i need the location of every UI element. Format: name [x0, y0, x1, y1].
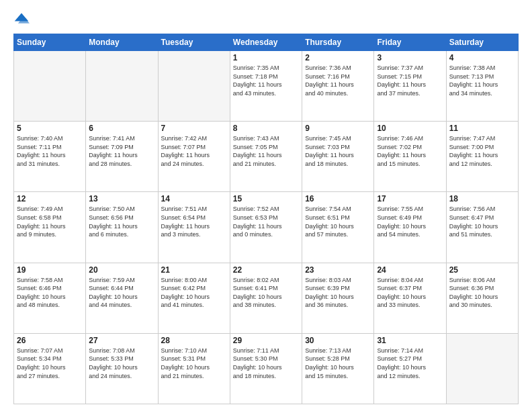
calendar-cell: 21Sunrise: 8:00 AM Sunset: 6:42 PM Dayli…: [158, 263, 230, 333]
day-info: Sunrise: 8:06 AM Sunset: 6:36 PM Dayligh…: [449, 276, 515, 310]
calendar-cell: 19Sunrise: 7:58 AM Sunset: 6:46 PM Dayli…: [14, 263, 86, 333]
calendar-cell: 14Sunrise: 7:51 AM Sunset: 6:54 PM Dayli…: [158, 192, 230, 263]
calendar-cell: 25Sunrise: 8:06 AM Sunset: 6:36 PM Dayli…: [446, 263, 518, 333]
calendar-cell: 13Sunrise: 7:50 AM Sunset: 6:56 PM Dayli…: [86, 192, 158, 263]
calendar-cell: [86, 51, 158, 122]
day-info: Sunrise: 7:36 AM Sunset: 7:16 PM Dayligh…: [305, 64, 371, 97]
day-number: 7: [161, 124, 227, 133]
calendar-cell: 7Sunrise: 7:42 AM Sunset: 7:07 PM Daylig…: [158, 122, 230, 192]
day-number: 30: [305, 336, 371, 345]
calendar-cell: 2Sunrise: 7:36 AM Sunset: 7:16 PM Daylig…: [302, 51, 374, 122]
calendar-cell: 3Sunrise: 7:37 AM Sunset: 7:15 PM Daylig…: [374, 51, 446, 122]
day-info: Sunrise: 7:43 AM Sunset: 7:05 PM Dayligh…: [233, 134, 299, 168]
calendar-cell: 24Sunrise: 8:04 AM Sunset: 6:37 PM Dayli…: [374, 263, 446, 333]
day-info: Sunrise: 7:51 AM Sunset: 6:54 PM Dayligh…: [161, 205, 227, 238]
col-saturday: Saturday: [446, 34, 518, 51]
day-number: 29: [233, 336, 299, 345]
day-info: Sunrise: 7:47 AM Sunset: 7:00 PM Dayligh…: [449, 134, 515, 168]
day-info: Sunrise: 7:40 AM Sunset: 7:11 PM Dayligh…: [17, 134, 83, 168]
day-info: Sunrise: 7:58 AM Sunset: 6:46 PM Dayligh…: [17, 276, 83, 310]
day-info: Sunrise: 7:46 AM Sunset: 7:02 PM Dayligh…: [377, 134, 443, 168]
calendar-cell: [14, 51, 86, 122]
calendar-cell: 15Sunrise: 7:52 AM Sunset: 6:53 PM Dayli…: [230, 192, 302, 263]
day-number: 13: [89, 194, 154, 203]
calendar-cell: [446, 333, 518, 404]
day-number: 19: [17, 265, 83, 275]
day-number: 2: [305, 53, 371, 62]
calendar-cell: 8Sunrise: 7:43 AM Sunset: 7:05 PM Daylig…: [230, 122, 302, 192]
day-info: Sunrise: 7:45 AM Sunset: 7:03 PM Dayligh…: [305, 134, 371, 168]
day-number: 28: [161, 336, 227, 345]
day-number: 12: [17, 194, 83, 203]
logo-icon: [13, 11, 30, 27]
day-number: 8: [233, 124, 299, 133]
day-number: 16: [305, 194, 371, 203]
calendar-cell: 9Sunrise: 7:45 AM Sunset: 7:03 PM Daylig…: [302, 122, 374, 192]
day-info: Sunrise: 7:55 AM Sunset: 6:49 PM Dayligh…: [377, 205, 443, 238]
day-info: Sunrise: 7:59 AM Sunset: 6:44 PM Dayligh…: [89, 276, 154, 310]
calendar-cell: 4Sunrise: 7:38 AM Sunset: 7:13 PM Daylig…: [446, 51, 518, 122]
day-number: 18: [449, 194, 515, 203]
col-friday: Friday: [374, 34, 446, 51]
logo: [13, 11, 32, 27]
day-info: Sunrise: 8:00 AM Sunset: 6:42 PM Dayligh…: [161, 276, 227, 310]
day-number: 5: [17, 124, 83, 133]
day-info: Sunrise: 7:37 AM Sunset: 7:15 PM Dayligh…: [377, 64, 443, 97]
day-info: Sunrise: 7:42 AM Sunset: 7:07 PM Dayligh…: [161, 134, 227, 168]
day-info: Sunrise: 7:38 AM Sunset: 7:13 PM Dayligh…: [449, 64, 515, 97]
calendar-week-row: 5Sunrise: 7:40 AM Sunset: 7:11 PM Daylig…: [14, 122, 519, 192]
calendar-cell: 18Sunrise: 7:56 AM Sunset: 6:47 PM Dayli…: [446, 192, 518, 263]
day-number: 25: [449, 265, 515, 275]
day-number: 22: [233, 265, 299, 275]
day-number: 20: [89, 265, 154, 275]
calendar-cell: 26Sunrise: 7:07 AM Sunset: 5:34 PM Dayli…: [14, 333, 86, 404]
calendar-week-row: 1Sunrise: 7:35 AM Sunset: 7:18 PM Daylig…: [14, 51, 519, 122]
day-number: 3: [377, 53, 443, 62]
day-info: Sunrise: 7:10 AM Sunset: 5:31 PM Dayligh…: [161, 347, 227, 380]
day-info: Sunrise: 7:41 AM Sunset: 7:09 PM Dayligh…: [89, 134, 154, 168]
day-number: 23: [305, 265, 371, 275]
calendar-cell: 29Sunrise: 7:11 AM Sunset: 5:30 PM Dayli…: [230, 333, 302, 404]
calendar-cell: 12Sunrise: 7:49 AM Sunset: 6:58 PM Dayli…: [14, 192, 86, 263]
calendar-cell: 30Sunrise: 7:13 AM Sunset: 5:28 PM Dayli…: [302, 333, 374, 404]
day-number: 17: [377, 194, 443, 203]
col-tuesday: Tuesday: [158, 34, 230, 51]
day-number: 1: [233, 53, 299, 62]
day-info: Sunrise: 7:54 AM Sunset: 6:51 PM Dayligh…: [305, 205, 371, 238]
day-info: Sunrise: 8:03 AM Sunset: 6:39 PM Dayligh…: [305, 276, 371, 310]
day-number: 26: [17, 336, 83, 345]
col-wednesday: Wednesday: [230, 34, 302, 51]
day-info: Sunrise: 7:08 AM Sunset: 5:33 PM Dayligh…: [89, 347, 154, 380]
col-thursday: Thursday: [302, 34, 374, 51]
day-number: 15: [233, 194, 299, 203]
day-number: 10: [377, 124, 443, 133]
day-number: 6: [89, 124, 154, 133]
day-number: 27: [89, 336, 154, 345]
day-info: Sunrise: 7:07 AM Sunset: 5:34 PM Dayligh…: [17, 347, 83, 380]
calendar-cell: 1Sunrise: 7:35 AM Sunset: 7:18 PM Daylig…: [230, 51, 302, 122]
day-info: Sunrise: 7:49 AM Sunset: 6:58 PM Dayligh…: [17, 205, 83, 238]
day-info: Sunrise: 7:35 AM Sunset: 7:18 PM Dayligh…: [233, 64, 299, 97]
day-info: Sunrise: 7:13 AM Sunset: 5:28 PM Dayligh…: [305, 347, 371, 380]
day-number: 14: [161, 194, 227, 203]
day-number: 9: [305, 124, 371, 133]
calendar-cell: 17Sunrise: 7:55 AM Sunset: 6:49 PM Dayli…: [374, 192, 446, 263]
page-header: [13, 11, 519, 27]
calendar-cell: 5Sunrise: 7:40 AM Sunset: 7:11 PM Daylig…: [14, 122, 86, 192]
calendar-cell: 31Sunrise: 7:14 AM Sunset: 5:27 PM Dayli…: [374, 333, 446, 404]
day-number: 31: [377, 336, 443, 345]
day-info: Sunrise: 7:52 AM Sunset: 6:53 PM Dayligh…: [233, 205, 299, 238]
day-info: Sunrise: 7:11 AM Sunset: 5:30 PM Dayligh…: [233, 347, 299, 380]
calendar-cell: 10Sunrise: 7:46 AM Sunset: 7:02 PM Dayli…: [374, 122, 446, 192]
day-number: 24: [377, 265, 443, 275]
calendar-cell: 22Sunrise: 8:02 AM Sunset: 6:41 PM Dayli…: [230, 263, 302, 333]
calendar-cell: 28Sunrise: 7:10 AM Sunset: 5:31 PM Dayli…: [158, 333, 230, 404]
calendar-cell: 6Sunrise: 7:41 AM Sunset: 7:09 PM Daylig…: [86, 122, 158, 192]
calendar-cell: 23Sunrise: 8:03 AM Sunset: 6:39 PM Dayli…: [302, 263, 374, 333]
day-info: Sunrise: 7:50 AM Sunset: 6:56 PM Dayligh…: [89, 205, 154, 238]
day-info: Sunrise: 7:56 AM Sunset: 6:47 PM Dayligh…: [449, 205, 515, 238]
day-number: 4: [449, 53, 515, 62]
col-monday: Monday: [86, 34, 158, 51]
calendar-cell: 20Sunrise: 7:59 AM Sunset: 6:44 PM Dayli…: [86, 263, 158, 333]
calendar-header-row: Sunday Monday Tuesday Wednesday Thursday…: [14, 34, 519, 51]
